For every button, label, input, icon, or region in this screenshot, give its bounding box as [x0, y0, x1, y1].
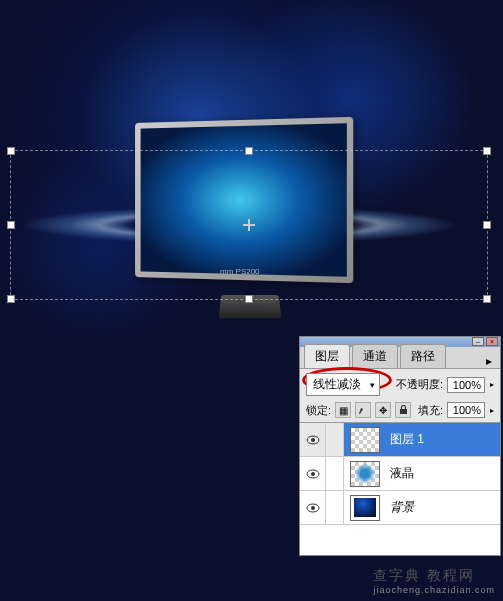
- transform-handle-middle-left[interactable]: [7, 221, 15, 229]
- layer-thumbnail[interactable]: [350, 427, 380, 453]
- blend-row: 线性减淡 不透明度: 100% ▸: [300, 369, 500, 400]
- panel-close-button[interactable]: ×: [486, 337, 498, 346]
- layer-name-label[interactable]: 图层 1: [386, 431, 428, 448]
- layers-panel: – × 图层 通道 路径 ▸ 线性减淡 不透明度: 100% ▸ 锁定: ▦ ✥…: [299, 336, 501, 556]
- fill-label: 填充:: [418, 403, 443, 418]
- tab-channels[interactable]: 通道: [352, 344, 398, 368]
- layer-visibility-toggle[interactable]: [300, 491, 326, 524]
- transform-handle-top-left[interactable]: [7, 147, 15, 155]
- opacity-label: 不透明度:: [396, 377, 443, 392]
- layer-list: 图层 1 液晶 背景: [300, 422, 500, 555]
- thumbnail-art: [354, 464, 376, 483]
- opacity-flyout-icon[interactable]: ▸: [490, 380, 494, 389]
- layer-link-column[interactable]: [326, 491, 344, 524]
- panel-menu-button[interactable]: ▸: [482, 354, 496, 368]
- eye-icon: [306, 503, 320, 513]
- transform-handle-bottom-middle[interactable]: [245, 295, 253, 303]
- layer-row[interactable]: 图层 1: [300, 423, 500, 457]
- layer-visibility-toggle[interactable]: [300, 457, 326, 490]
- layer-link-column[interactable]: [326, 423, 344, 456]
- layer-thumbnail[interactable]: [350, 461, 380, 487]
- layer-row[interactable]: 液晶: [300, 457, 500, 491]
- layer-row[interactable]: 背景: [300, 491, 500, 525]
- tab-paths[interactable]: 路径: [400, 344, 446, 368]
- lock-label: 锁定:: [306, 403, 331, 418]
- watermark-sub: jiaocheng.chazidian.com: [373, 585, 495, 595]
- blend-mode-value: 线性减淡: [313, 376, 361, 393]
- watermark: 查字典 教程网 jiaocheng.chazidian.com: [373, 567, 495, 595]
- layer-visibility-toggle[interactable]: [300, 423, 326, 456]
- lock-row: 锁定: ▦ ✥ 填充: 100% ▸: [300, 400, 500, 422]
- transform-handle-bottom-left[interactable]: [7, 295, 15, 303]
- lock-pixels-icon[interactable]: [355, 402, 371, 418]
- fill-input[interactable]: 100%: [447, 402, 485, 418]
- transform-center-icon[interactable]: [243, 219, 255, 231]
- svg-rect-0: [400, 409, 407, 414]
- svg-point-4: [311, 472, 315, 476]
- panel-minimize-button[interactable]: –: [472, 337, 484, 346]
- lock-transparency-icon[interactable]: ▦: [335, 402, 351, 418]
- layer-thumbnail[interactable]: [350, 495, 380, 521]
- transform-handle-top-middle[interactable]: [245, 147, 253, 155]
- transform-handle-top-right[interactable]: [483, 147, 491, 155]
- blend-mode-select[interactable]: 线性减淡: [306, 373, 380, 396]
- svg-point-2: [311, 438, 315, 442]
- watermark-main: 查字典 教程网: [373, 567, 475, 583]
- transform-bounding-box[interactable]: [10, 150, 488, 300]
- lock-all-icon[interactable]: [395, 402, 411, 418]
- transform-handle-bottom-right[interactable]: [483, 295, 491, 303]
- tab-layers[interactable]: 图层: [304, 344, 350, 368]
- eye-icon: [306, 469, 320, 479]
- lock-position-icon[interactable]: ✥: [375, 402, 391, 418]
- layer-list-empty-area[interactable]: [300, 525, 500, 555]
- eye-icon: [306, 435, 320, 445]
- menu-arrow-icon: ▸: [486, 354, 492, 368]
- transform-handle-middle-right[interactable]: [483, 221, 491, 229]
- svg-point-6: [311, 506, 315, 510]
- thumbnail-art: [354, 498, 376, 517]
- opacity-input[interactable]: 100%: [447, 377, 485, 393]
- layer-link-column[interactable]: [326, 457, 344, 490]
- fill-flyout-icon[interactable]: ▸: [490, 406, 494, 415]
- panel-tabs: 图层 通道 路径 ▸: [300, 347, 500, 369]
- layer-name-label[interactable]: 背景: [386, 499, 418, 516]
- layer-name-label[interactable]: 液晶: [386, 465, 418, 482]
